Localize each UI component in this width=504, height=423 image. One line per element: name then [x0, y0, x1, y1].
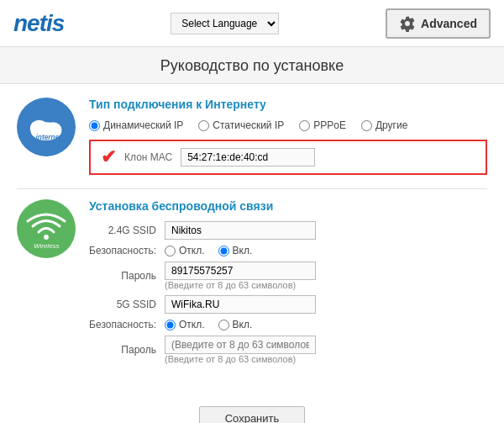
internet-icon-circle: internet: [17, 98, 76, 156]
wireless-section: Wireless Установка беспроводной связи 2.…: [17, 199, 487, 369]
mac-clone-input[interactable]: [181, 148, 315, 167]
wireless-section-title: Установка беспроводной связи: [89, 199, 487, 213]
password-2g-label: Пароль: [89, 270, 165, 282]
security-5g-off[interactable]: Откл.: [165, 319, 205, 330]
page-title: Руководство по установке: [0, 47, 504, 84]
security-2g-off[interactable]: Откл.: [165, 245, 205, 256]
advanced-button[interactable]: Advanced: [386, 8, 491, 39]
password-2g-block: (Введите от 8 до 63 символов): [165, 262, 316, 290]
ssid-2g-input[interactable]: [165, 221, 316, 240]
password-2g-hint: (Введите от 8 до 63 символов): [165, 280, 316, 290]
wireless-icon-circle: Wireless: [17, 199, 76, 258]
gear-icon: [399, 15, 416, 32]
save-bar: Сохранить: [0, 396, 504, 423]
password-5g-row: Пароль (Введите от 8 до 63 символов): [89, 336, 487, 364]
internet-section-title: Тип подключения к Интернету: [89, 98, 487, 111]
save-button[interactable]: Сохранить: [199, 406, 306, 423]
radio-other[interactable]: Другие: [361, 119, 407, 131]
password-5g-hint: (Введите от 8 до 63 символов): [165, 354, 316, 364]
mac-clone-row: ✔ Клон МАС: [89, 140, 487, 175]
security-2g-label: Безопасность:: [89, 245, 165, 256]
connection-type-group: Динамический IP Статический IP PPPoE Дру…: [89, 119, 487, 131]
security-5g-label: Безопасность:: [89, 319, 165, 330]
password-5g-input[interactable]: [165, 336, 316, 354]
ssid-5g-row: 5G SSID: [89, 295, 487, 314]
password-5g-block: (Введите от 8 до 63 символов): [165, 336, 316, 364]
security-5g-row: Безопасность: Откл. Вкл.: [89, 319, 487, 330]
security-5g-options: Откл. Вкл.: [165, 319, 252, 330]
advanced-label: Advanced: [421, 17, 477, 30]
svg-text:Wireless: Wireless: [34, 242, 60, 250]
radio-dynamic-ip[interactable]: Динамический IP: [89, 119, 183, 131]
radio-static-ip[interactable]: Статический IP: [198, 119, 284, 131]
password-2g-row: Пароль (Введите от 8 до 63 символов): [89, 262, 487, 290]
language-select[interactable]: Select Language: [171, 13, 279, 34]
password-5g-label: Пароль: [89, 344, 165, 356]
ssid-5g-label: 5G SSID: [89, 299, 165, 310]
security-2g-on[interactable]: Вкл.: [218, 245, 253, 256]
security-2g-options: Откл. Вкл.: [165, 245, 252, 256]
internet-section: internet Тип подключения к Интернету Дин…: [17, 98, 487, 175]
security-5g-on[interactable]: Вкл.: [218, 319, 253, 330]
radio-pppoe[interactable]: PPPoE: [299, 119, 346, 131]
header: netis Select Language Advanced: [0, 0, 504, 47]
ssid-2g-label: 2.4G SSID: [89, 225, 165, 236]
password-2g-input[interactable]: [165, 262, 316, 280]
main-content: internet Тип подключения к Интернету Дин…: [0, 84, 504, 396]
svg-text:internet: internet: [36, 133, 63, 141]
logo: netis: [13, 10, 64, 37]
ssid-5g-input[interactable]: [165, 295, 316, 314]
security-2g-row: Безопасность: Откл. Вкл.: [89, 245, 487, 256]
wireless-section-body: Установка беспроводной связи 2.4G SSID Б…: [89, 199, 487, 369]
wifi-icon: Wireless: [25, 208, 67, 250]
cloud-icon: internet: [25, 110, 67, 144]
section-divider: [17, 188, 487, 189]
ssid-2g-row: 2.4G SSID: [89, 221, 487, 240]
mac-clone-label: Клон МАС: [124, 151, 172, 163]
language-selector-wrap: Select Language: [171, 13, 279, 34]
internet-section-body: Тип подключения к Интернету Динамический…: [89, 98, 487, 175]
mac-clone-checkmark: ✔: [101, 148, 116, 167]
